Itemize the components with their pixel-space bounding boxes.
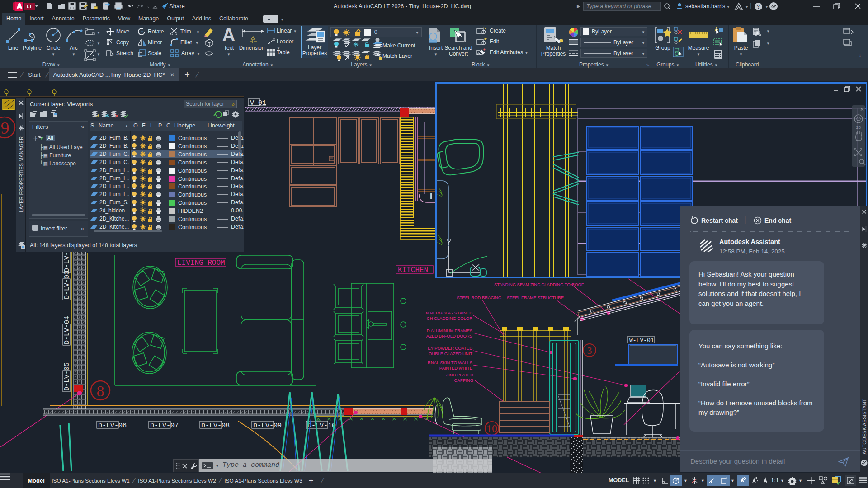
svg-text:STEEL FRAME STRUCTURE: STEEL FRAME STRUCTURE [507, 295, 564, 300]
svg-text:3: 3 [587, 345, 592, 356]
svg-text:Continuous: Continuous [178, 200, 207, 206]
svg-text:8: 8 [97, 383, 104, 399]
svg-text:CH CLADDING COLOR: CH CLADDING COLOR [427, 316, 472, 321]
svg-text:Continuous: Continuous [178, 151, 207, 158]
svg-text:D-LV-03: D-LV-03 [63, 271, 71, 299]
svg-text:Continuous: Continuous [178, 135, 207, 141]
svg-text:PAINTED WHITE: PAINTED WHITE [439, 366, 472, 371]
svg-text:STANDING SEAM ZINC CLADDING TO: STANDING SEAM ZINC CLADDING TO ROOF [494, 282, 584, 287]
svg-text:ZINC PLATED: ZINC PLATED [446, 372, 473, 377]
svg-text:KITCHEN: KITCHEN [398, 266, 428, 274]
svg-text:?: ? [757, 4, 760, 10]
svg-text:D ALUMINUM FRAMES: D ALUMINUM FRAMES [427, 328, 472, 333]
svg-text:10: 10 [486, 422, 497, 434]
svg-text:9: 9 [1, 118, 9, 137]
svg-text:Continuous: Continuous [178, 216, 207, 222]
svg-text:CAPPING: CAPPING [454, 378, 473, 383]
svg-text:Continuous: Continuous [178, 168, 207, 174]
svg-text:LIVING ROOM: LIVING ROOM [177, 259, 225, 267]
svg-text:Continuous: Continuous [178, 183, 207, 190]
svg-text:Continuous: Continuous [178, 143, 207, 150]
svg-text:STEEL ROD BRACING: STEEL ROD BRACING [457, 295, 501, 300]
svg-text:AZED BI-FOLD DOORS: AZED BI-FOLD DOORS [426, 333, 472, 338]
svg-text:EY POWDER COATED: EY POWDER COATED [428, 346, 472, 351]
svg-text:OUBLE GLAZED UNIT: OUBLE GLAZED UNIT [429, 351, 472, 356]
svg-text:RNAL SKIN TO WALLS: RNAL SKIN TO WALLS [428, 360, 472, 365]
svg-text:Continuous: Continuous [178, 224, 207, 230]
svg-text:D-LV-05: D-LV-05 [63, 362, 71, 391]
svg-text:HIDDEN2: HIDDEN2 [178, 208, 203, 214]
svg-text:2D: 2D [856, 125, 861, 130]
svg-text:Continuous: Continuous [178, 176, 207, 182]
svg-text:D-LV-04: D-LV-04 [63, 316, 71, 344]
svg-text:Continuous: Continuous [178, 160, 207, 166]
svg-text:Continuous: Continuous [178, 192, 207, 198]
svg-text:N PERGOLA - STAINED: N PERGOLA - STAINED [426, 310, 472, 315]
